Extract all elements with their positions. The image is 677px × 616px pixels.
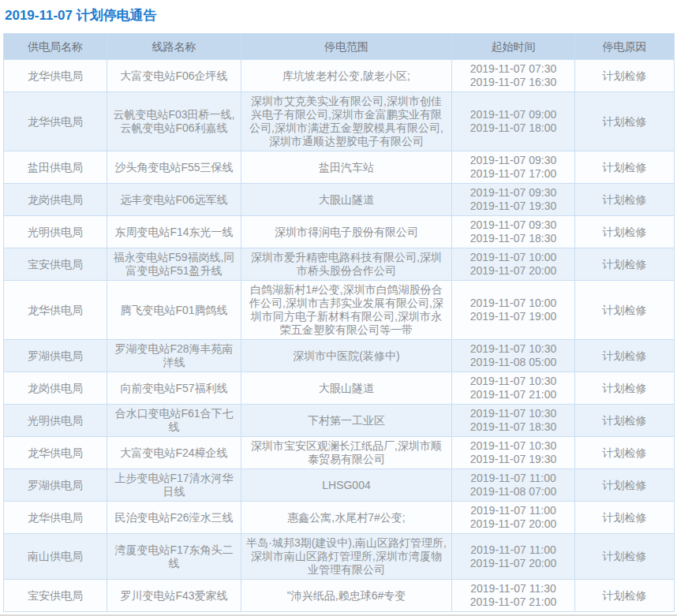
bureau-cell: 宝安供电局 (4, 248, 107, 281)
start-time: 2019-11-07 11:00 (457, 472, 570, 485)
table-row: 盐田供电局 沙头角变电站F55三保线 盐田汽车站 2019-11-07 09:3… (4, 151, 675, 184)
reason-cell: 计划检修 (575, 534, 675, 580)
line-cell: 沙头角变电站F55三保线 (107, 151, 241, 184)
time-cell: 2019-11-07 09:30 2019-11-07 19:30 (452, 184, 575, 216)
scope-cell: "沛兴纸品,赖忠球6#专变 (241, 580, 452, 612)
outage-notice-page: 2019-11-07 计划停电通告 供电局名称 线路名称 停电范围 起始时间 停… (0, 0, 677, 616)
start-time: 2019-11-07 07:30 (457, 62, 570, 76)
table-row: 龙华供电局 腾飞变电站F01腾鸽线 白鸽湖新村1#公变,深圳市白鸽湖股份合作公司… (4, 281, 675, 340)
bureau-cell: 罗湖供电局 (4, 469, 107, 502)
reason-cell: 计划检修 (575, 372, 675, 405)
bureau-cell: 龙华供电局 (4, 92, 107, 151)
scope-cell: 深圳市得润电子股份有限公司 (241, 216, 452, 248)
time-cell: 2019-11-07 10:30 2019-11-07 19:30 (452, 437, 575, 469)
time-cell: 2019-11-07 07:30 2019-11-07 16:30 (452, 60, 575, 92)
column-header-scope: 停电范围 (241, 34, 452, 60)
scope-cell: 盐田汽车站 (241, 151, 452, 184)
end-time: 2019-11-07 20:00 (457, 557, 570, 570)
table-row: 罗湖供电局 罗湖变电站F28海丰苑南洋线 深圳市中医院(装修中) 2019-11… (4, 340, 675, 372)
line-cell: 腾飞变电站F01腾鸽线 (107, 281, 241, 340)
end-time: 2019-11-07 18:30 (457, 232, 570, 245)
start-time: 2019-11-07 09:00 (457, 108, 570, 121)
end-time: 2019-11-07 18:30 (457, 420, 570, 434)
reason-cell: 计划检修 (575, 281, 675, 340)
end-time: 2019-11-07 17:00 (457, 167, 570, 181)
time-cell: 2019-11-07 09:30 2019-11-07 18:30 (452, 216, 575, 248)
time-cell: 2019-11-07 10:00 2019-11-07 19:00 (452, 281, 575, 340)
bureau-cell: 龙岗供电局 (4, 184, 107, 216)
line-cell: 湾厦变电站F17东角头二线 (107, 534, 241, 580)
reason-cell: 计划检修 (575, 60, 675, 92)
table-row: 宝安供电局 罗川变电站F43爱家线 "沛兴纸品,赖忠球6#专变 2019-11-… (4, 580, 675, 612)
line-cell: 罗湖变电站F28海丰苑南洋线 (107, 340, 241, 372)
end-time: 2019-11-07 21:00 (457, 388, 570, 401)
scope-cell: 半岛·城邦3期(建设中),南山区路灯管理所,深圳市南山区路灯管理所,深圳市湾厦物… (241, 534, 452, 580)
line-cell: 上步变电站F17清水河华日线 (107, 469, 241, 502)
line-cell: 远丰变电站F06远军线 (107, 184, 241, 216)
start-time: 2019-11-07 11:30 (457, 582, 570, 595)
bureau-cell: 宝安供电局 (4, 580, 107, 612)
end-time: 2019-11-07 20:00 (457, 517, 570, 531)
end-time: 2019-11-07 19:30 (457, 200, 570, 213)
scope-cell: 深圳市爱升精密电路科技有限公司,深圳市桥头股份合作公司 (241, 248, 452, 281)
scope-cell: 白鸽湖新村1#公变,深圳市白鸽湖股份合作公司,深圳市吉邦实业发展有限公司,深圳市… (241, 281, 452, 340)
reason-cell: 计划检修 (575, 469, 675, 502)
table-row: 宝安供电局 福永变电站F59福岗线,同富变电站F51盈升线 深圳市爱升精密电路科… (4, 248, 675, 281)
reason-cell: 计划检修 (575, 437, 675, 469)
end-time: 2019-11-07 19:30 (457, 453, 570, 466)
reason-cell: 计划检修 (575, 151, 675, 184)
line-cell: 罗川变电站F43爱家线 (107, 580, 241, 612)
scope-cell: 大眼山隧道 (241, 184, 452, 216)
time-cell: 2019-11-07 11:00 2019-11-07 20:00 (452, 534, 575, 580)
start-time: 2019-11-07 09:30 (457, 154, 570, 167)
line-cell: 云帆变电站F03田桥一线,云帆变电站F06利嘉线 (107, 92, 241, 151)
header-row: 供电局名称 线路名称 停电范围 起始时间 停电原因 (4, 34, 675, 60)
table-row: 光明供电局 东周变电站F14东光一线 深圳市得润电子股份有限公司 2019-11… (4, 216, 675, 248)
table-row: 龙华供电局 民治变电站F26滢水三线 惠鑫公寓,水尾村7#公变; 2019-11… (4, 502, 675, 534)
scope-cell: LHSG004 (241, 469, 452, 502)
table-row: 罗湖供电局 上步变电站F17清水河华日线 LHSG004 2019-11-07 … (4, 469, 675, 502)
table-row: 光明供电局 合水口变电站F61合下七线 下村第一工业区 2019-11-07 1… (4, 405, 675, 437)
outage-table: 供电局名称 线路名称 停电范围 起始时间 停电原因 龙华供电局 大富变电站F06… (3, 33, 675, 612)
page-title: 2019-11-07 计划停电通告 (3, 6, 674, 25)
line-cell: 东周变电站F14东光一线 (107, 216, 241, 248)
reason-cell: 计划检修 (575, 580, 675, 612)
time-cell: 2019-11-07 10:30 2019-11-07 21:00 (452, 372, 575, 405)
bureau-cell: 盐田供电局 (4, 151, 107, 184)
table-row: 龙华供电局 云帆变电站F03田桥一线,云帆变电站F06利嘉线 深圳市艾克美实业有… (4, 92, 675, 151)
scope-cell: 深圳市艾克美实业有限公司,深圳市创佳兴电子有限公司,深圳市金富鹏实业有限公司,深… (241, 92, 452, 151)
start-time: 2019-11-07 09:30 (457, 186, 570, 200)
column-header-time: 起始时间 (452, 34, 575, 60)
reason-cell: 计划检修 (575, 405, 675, 437)
end-time: 2019-11-08 05:00 (457, 356, 570, 369)
time-cell: 2019-11-07 11:30 2019-11-07 21:00 (452, 580, 575, 612)
bureau-cell: 龙华供电局 (4, 502, 107, 534)
bureau-cell: 光明供电局 (4, 216, 107, 248)
line-cell: 福永变电站F59福岗线,同富变电站F51盈升线 (107, 248, 241, 281)
time-cell: 2019-11-07 11:00 2019-11-07 20:00 (452, 502, 575, 534)
bureau-cell: 龙华供电局 (4, 437, 107, 469)
end-time: 2019-11-07 19:00 (457, 310, 570, 323)
time-cell: 2019-11-07 10:30 2019-11-08 05:00 (452, 340, 575, 372)
start-time: 2019-11-07 10:30 (457, 342, 570, 356)
reason-cell: 计划检修 (575, 502, 675, 534)
line-cell: 向前变电站F57福利线 (107, 372, 241, 405)
start-time: 2019-11-07 09:30 (457, 218, 570, 232)
reason-cell: 计划检修 (575, 92, 675, 151)
bureau-cell: 龙华供电局 (4, 60, 107, 92)
reason-cell: 计划检修 (575, 184, 675, 216)
line-cell: 大富变电站F06企坪线 (107, 60, 241, 92)
start-time: 2019-11-07 11:00 (457, 504, 570, 517)
time-cell: 2019-11-07 10:30 2019-11-07 18:30 (452, 405, 575, 437)
column-header-line: 线路名称 (107, 34, 241, 60)
reason-cell: 计划检修 (575, 340, 675, 372)
reason-cell: 计划检修 (575, 248, 675, 281)
scope-cell: 深圳市中医院(装修中) (241, 340, 452, 372)
start-time: 2019-11-07 10:00 (457, 251, 570, 264)
table-row: 龙华供电局 大富变电站F24樟企线 深圳市宝安区观澜长江纸品厂,深圳市顺泰贸易有… (4, 437, 675, 469)
end-time: 2019-11-07 16:30 (457, 76, 570, 89)
end-time: 2019-11-07 18:00 (457, 121, 570, 135)
scope-cell: 深圳市宝安区观澜长江纸品厂,深圳市顺泰贸易有限公司 (241, 437, 452, 469)
time-cell: 2019-11-07 10:00 2019-11-07 20:00 (452, 248, 575, 281)
time-cell: 2019-11-07 09:30 2019-11-07 17:00 (452, 151, 575, 184)
